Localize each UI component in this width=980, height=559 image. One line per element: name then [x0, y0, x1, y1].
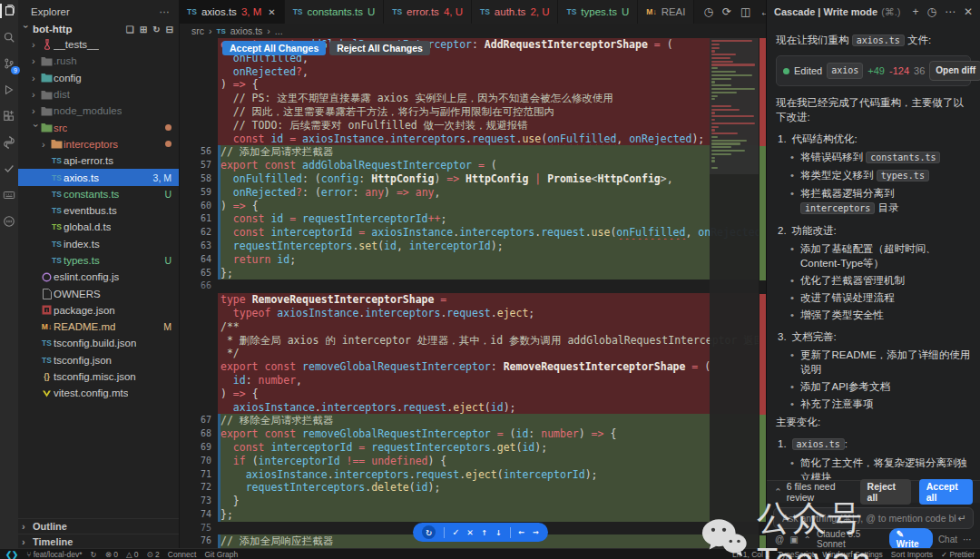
python-icon[interactable] — [2, 135, 16, 150]
tree-item-tsconfig.build.json[interactable]: TStsconfig.build.json — [18, 335, 179, 351]
tree-item-index.ts[interactable]: TSindex.ts — [18, 236, 179, 252]
status-item-ln-1-col-1[interactable]: Ln 1, Col 1 — [732, 550, 769, 559]
minimap[interactable] — [710, 38, 759, 549]
new-file-icon[interactable]: ❏ — [126, 25, 134, 34]
status-item-git-graph[interactable]: Git Graph — [204, 550, 238, 559]
close-icon[interactable]: ✕ — [964, 5, 973, 18]
right-icon[interactable]: → — [533, 526, 539, 538]
project-root-row[interactable]: › bot-http ❏⊞↻⊟ — [18, 22, 179, 36]
tree-item-.rush[interactable]: ›.rush — [18, 53, 179, 69]
status-item-0[interactable]: △ 0 — [126, 550, 139, 559]
code-chip[interactable]: interceptors — [800, 202, 875, 214]
testing-icon[interactable] — [2, 162, 16, 176]
search-icon[interactable] — [2, 30, 16, 44]
tree-item-node_modules[interactable]: ›node_modules — [18, 103, 179, 119]
source-control-icon[interactable]: 9 — [2, 56, 16, 71]
accept-all-changes-button[interactable]: Accept All Changes — [222, 41, 326, 55]
accept-icon[interactable]: ✓ — [453, 526, 459, 538]
tree-item-tsconfig.json[interactable]: TStsconfig.json — [18, 352, 179, 368]
status-item-prettier[interactable]: ✓ Prettier — [941, 550, 975, 559]
tree-item-eventbus.ts[interactable]: TSeventbus.ts — [18, 202, 179, 219]
tree-item-__tests__[interactable]: ›__tests__ — [18, 36, 179, 53]
left-icon[interactable]: ← — [519, 526, 525, 538]
code-chip[interactable]: axios.ts — [792, 438, 845, 450]
explorer-icon[interactable] — [2, 4, 16, 18]
status-item-windsurf-settings[interactable]: Windsurf Settings — [822, 550, 883, 559]
outline-section[interactable]: › Outline — [18, 518, 179, 534]
reject-all-changes-button[interactable]: Reject All Changes — [329, 41, 430, 55]
refresh-icon[interactable]: ↻ — [152, 25, 160, 34]
code-chip[interactable]: types.ts — [877, 170, 929, 181]
explorer-more-actions-icon[interactable]: ⋯ — [160, 5, 171, 18]
chat-input[interactable] — [780, 512, 958, 525]
chat-mode-button[interactable]: Chat — [938, 534, 957, 544]
split-editor-icon[interactable]: ◫ — [740, 5, 750, 18]
json-output-icon[interactable] — [2, 214, 16, 229]
tree-item-global.d.ts[interactable]: TSglobal.d.ts — [18, 219, 179, 235]
chevron-up-icon[interactable]: ⌃ — [804, 534, 811, 544]
code-editor[interactable]: export const addGlobalRequestInterceptor… — [179, 38, 767, 549]
tree-item-config[interactable]: ›config — [18, 70, 179, 86]
accept-all-button[interactable]: Accept all — [919, 479, 973, 505]
reject-all-button[interactable]: Reject all — [860, 479, 911, 505]
code-chip[interactable]: axios.ts — [852, 34, 905, 46]
status-item-connect[interactable]: Connect — [168, 550, 197, 559]
bullet-item: •添加了API参考文档 — [790, 379, 971, 394]
tree-item-README.md[interactable]: M↓README.mdM — [18, 319, 179, 335]
tree-item-OWNERS[interactable]: OWNERS — [18, 285, 179, 301]
status-item-2[interactable]: ⊙ 2 — [147, 550, 160, 559]
tree-item-vitest.config.mts[interactable]: vitest.config.mts — [18, 385, 179, 401]
refresh-icon[interactable]: ↻ — [422, 525, 436, 539]
collapse-all-icon[interactable]: ⊟ — [166, 25, 173, 34]
sync-icon[interactable]: ⟳ — [722, 5, 731, 18]
tree-item-src[interactable]: ›src — [18, 119, 179, 135]
tab-constants.ts[interactable]: TSconstants.tsU — [285, 0, 385, 24]
mention-icon[interactable]: @ — [775, 534, 784, 544]
status-item-feat-local-dev-[interactable]: ⑂ feat/local-dev* — [26, 550, 82, 559]
ts-file-icon: TS — [392, 7, 402, 16]
more-icon[interactable]: ⋯ — [945, 5, 956, 18]
status-item[interactable]: ↻ — [91, 550, 97, 559]
more-icon[interactable]: ⋯ — [963, 534, 972, 544]
breadcrumb[interactable]: src› TS axios.ts› ... — [179, 24, 767, 38]
project-root-label: bot-http — [33, 24, 72, 34]
tree-item-constants.ts[interactable]: TSconstants.tsU — [18, 186, 179, 202]
close-tab-icon[interactable]: ✕ — [268, 7, 275, 17]
eslint-icon — [40, 272, 54, 282]
code-chip[interactable]: constants.ts — [866, 152, 940, 163]
image-icon[interactable]: ▣ — [789, 534, 798, 544]
up-icon[interactable]: ↑ — [481, 526, 487, 538]
tree-item-api-error.ts[interactable]: TSapi-error.ts — [18, 152, 179, 169]
history-icon[interactable]: ◷ — [703, 5, 712, 18]
tab-auth.ts[interactable]: TSauth.ts2, U — [472, 0, 559, 24]
history-icon[interactable]: ◷ — [926, 5, 936, 18]
tree-item-interceptors[interactable]: ›interceptors — [18, 136, 179, 152]
tree-item-tsconfig.misc.json[interactable]: {}tsconfig.misc.json — [18, 368, 179, 385]
tab-error.ts[interactable]: TSerror.ts4, U — [384, 0, 472, 24]
tree-item-package.json[interactable]: package.json — [18, 302, 179, 319]
write-mode-button[interactable]: ✎ Write — [889, 528, 933, 550]
open-diff-button[interactable]: Open diff — [929, 61, 980, 81]
tab-REAI[interactable]: M↓REAI — [638, 0, 694, 24]
tree-item-types.ts[interactable]: TStypes.tsU — [18, 252, 179, 269]
status-item-typescript[interactable]: TypeScript — [778, 550, 814, 559]
new-folder-icon[interactable]: ⊞ — [140, 25, 147, 34]
tree-item-dist[interactable]: ›dist — [18, 86, 179, 103]
tab-axios.ts[interactable]: TSaxios.ts3, M✕ — [179, 0, 285, 24]
keyboard-icon[interactable] — [2, 188, 16, 202]
status-item-0[interactable]: ⊗ 0 — [105, 550, 118, 559]
chevron-up-icon[interactable]: ⌃ — [774, 486, 782, 497]
tab-types.ts[interactable]: TStypes.tsU — [558, 0, 638, 24]
timeline-section[interactable]: › Timeline — [18, 534, 179, 549]
return-key-icon[interactable]: ↵ — [958, 513, 966, 525]
reject-icon[interactable]: ✕ — [467, 526, 474, 538]
run-debug-icon[interactable] — [2, 83, 16, 97]
status-item[interactable]: ❮❯ — [5, 550, 18, 559]
down-icon[interactable]: ↓ — [495, 526, 502, 538]
new-chat-icon[interactable]: + — [912, 5, 918, 18]
model-selector[interactable]: Claude 3.5 Sonnet — [817, 529, 884, 549]
tree-item-axios.ts[interactable]: TSaxios.ts3, M — [18, 169, 179, 185]
status-item-sort-imports[interactable]: Sort Imports — [891, 550, 933, 559]
tree-item-eslint.config.js[interactable]: eslint.config.js — [18, 269, 179, 285]
extensions-icon[interactable] — [2, 109, 16, 123]
